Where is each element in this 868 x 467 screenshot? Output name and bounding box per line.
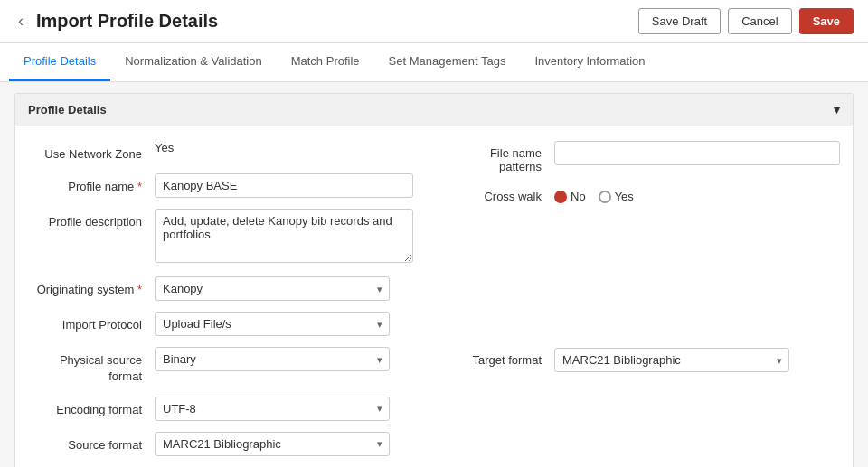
- profile-name-input[interactable]: [155, 173, 413, 198]
- encoding-format-label: Encoding format: [28, 397, 155, 418]
- profile-details-section: Profile Details ▾ Use Network Zone Yes: [14, 93, 854, 467]
- cross-walk-row: Cross walk No Yes: [455, 184, 840, 203]
- profile-description-textarea[interactable]: Add, update, delete Kanopy bib records a…: [155, 209, 413, 263]
- back-button[interactable]: ‹: [14, 10, 27, 33]
- use-network-zone-label: Use Network Zone: [28, 141, 155, 163]
- cross-walk-no-radio[interactable]: No: [554, 190, 586, 203]
- cross-walk-no-radio-selected-icon: [554, 191, 567, 203]
- import-protocol-select-wrap: Upload File/s FTP ▾: [155, 312, 390, 336]
- originating-system-label: Originating system *: [28, 276, 155, 298]
- physical-source-format-select[interactable]: Binary Other: [155, 347, 390, 371]
- section-body: Use Network Zone Yes Profile name *: [15, 126, 853, 467]
- cancel-button[interactable]: Cancel: [728, 8, 791, 34]
- import-protocol-select[interactable]: Upload File/s FTP: [155, 312, 390, 336]
- tabs-bar: Profile Details Normalization & Validati…: [0, 43, 868, 82]
- top-bar-right: Save Draft Cancel Save: [638, 8, 854, 34]
- import-protocol-label: Import Protocol: [28, 312, 155, 333]
- profile-description-label: Profile description: [28, 209, 155, 230]
- file-name-patterns-label: File name patterns: [455, 141, 554, 173]
- originating-system-select[interactable]: Kanopy Other: [155, 276, 390, 301]
- cross-walk-yes-radio-empty-icon: [599, 191, 611, 203]
- save-draft-button[interactable]: Save Draft: [638, 8, 721, 34]
- right-spacer: [455, 214, 840, 348]
- profile-name-row: Profile name *: [28, 173, 413, 198]
- target-format-row: Target format MARC21 Bibliographic MARC2…: [455, 348, 840, 372]
- profile-name-label: Profile name *: [28, 173, 155, 195]
- physical-source-format-select-wrap: Binary Other ▾: [155, 347, 390, 371]
- section-header: Profile Details ▾: [15, 94, 853, 126]
- physical-source-format-row: Physical source format Binary Other ▾: [28, 347, 413, 385]
- required-star: *: [137, 180, 142, 193]
- source-format-row: Source format MARC21 Bibliographic MARC2…: [28, 432, 413, 456]
- collapse-icon[interactable]: ▾: [834, 103, 840, 117]
- tab-match-profile[interactable]: Match Profile: [277, 43, 374, 81]
- form-left-column: Use Network Zone Yes Profile name *: [28, 141, 413, 467]
- page-title: Import Profile Details: [36, 11, 218, 32]
- source-format-label: Source format: [28, 432, 155, 453]
- top-bar-left: ‹ Import Profile Details: [14, 10, 218, 33]
- cross-walk-yes-radio[interactable]: Yes: [599, 190, 634, 203]
- form-columns: Use Network Zone Yes Profile name *: [28, 141, 840, 467]
- use-network-zone-value: Yes: [155, 135, 174, 154]
- cross-walk-yes-label: Yes: [615, 190, 634, 203]
- originating-system-select-wrap: Kanopy Other ▾: [155, 276, 390, 301]
- cross-walk-no-label: No: [571, 190, 586, 203]
- import-protocol-row: Import Protocol Upload File/s FTP ▾: [28, 312, 413, 336]
- cross-walk-label: Cross walk: [455, 184, 554, 203]
- use-network-zone-row: Use Network Zone Yes: [28, 141, 413, 163]
- tab-profile-details[interactable]: Profile Details: [9, 43, 110, 81]
- target-format-label: Target format: [455, 348, 554, 367]
- save-button[interactable]: Save: [799, 8, 854, 34]
- target-format-select[interactable]: MARC21 Bibliographic MARC21 Authority: [554, 348, 789, 372]
- source-format-select-wrap: MARC21 Bibliographic MARC21 Authority ▾: [155, 432, 390, 456]
- file-name-patterns-row: File name patterns: [455, 141, 840, 173]
- tab-normalization-validation[interactable]: Normalization & Validation: [110, 43, 277, 81]
- cross-walk-radio-group: No Yes: [554, 184, 840, 203]
- tab-set-management-tags[interactable]: Set Management Tags: [374, 43, 521, 81]
- required-star-2: *: [137, 283, 142, 296]
- section-title: Profile Details: [28, 103, 107, 117]
- form-right-column: File name patterns Cross walk N: [428, 141, 840, 467]
- tab-inventory-information[interactable]: Inventory Information: [520, 43, 659, 81]
- main-content: Profile Details ▾ Use Network Zone Yes: [0, 82, 868, 467]
- originating-system-row: Originating system * Kanopy Other ▾: [28, 276, 413, 301]
- file-name-patterns-input[interactable]: [554, 141, 840, 165]
- target-format-select-wrap: MARC21 Bibliographic MARC21 Authority ▾: [554, 348, 789, 372]
- encoding-format-row: Encoding format UTF-8 UTF-16 ISO-8859-1 …: [28, 397, 413, 421]
- encoding-format-select-wrap: UTF-8 UTF-16 ISO-8859-1 ▾: [155, 397, 390, 421]
- top-bar: ‹ Import Profile Details Save Draft Canc…: [0, 0, 868, 43]
- profile-description-row: Profile description Add, update, delete …: [28, 209, 413, 266]
- physical-source-format-label: Physical source format: [28, 347, 155, 385]
- encoding-format-select[interactable]: UTF-8 UTF-16 ISO-8859-1: [155, 397, 390, 421]
- source-format-select[interactable]: MARC21 Bibliographic MARC21 Authority: [155, 432, 390, 456]
